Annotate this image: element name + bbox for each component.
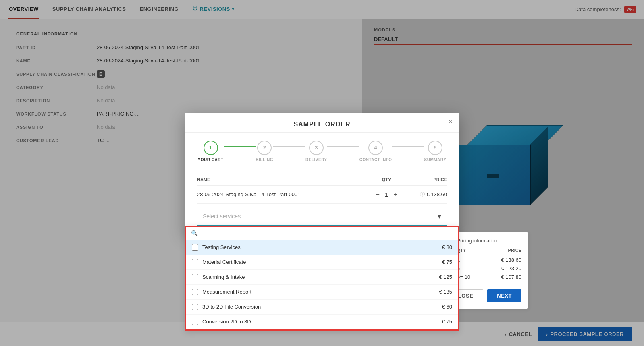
sample-order-modal: SAMPLE ORDER × 1 YOUR CART 2 BILLING 3 D… xyxy=(185,113,459,234)
service-item-measurement[interactable]: Measurement Report € 135 xyxy=(186,285,458,300)
service-price-material: € 75 xyxy=(442,259,452,265)
col-header-qty: QTY xyxy=(366,177,407,182)
step-line-3-4 xyxy=(327,146,359,147)
service-name-scanning: Scanning & Intake xyxy=(202,274,435,280)
search-icon: 🔍 xyxy=(191,230,198,236)
service-checkbox-testing[interactable] xyxy=(192,244,198,251)
modal-overlay: SAMPLE ORDER × 1 YOUR CART 2 BILLING 3 D… xyxy=(0,0,644,346)
cart-item-name: 28-06-2024-Staging-Silva-T4-Test-Part-00… xyxy=(197,191,366,197)
service-price-measurement: € 135 xyxy=(439,289,452,295)
pricing-sidebar-title: Pricing information: xyxy=(457,238,521,244)
service-price-2dto3d: € 75 xyxy=(442,319,452,325)
item-price: ⓘ € 138.60 xyxy=(407,191,447,198)
step-circle-5: 5 xyxy=(428,141,442,155)
step-1: 1 YOUR CART xyxy=(198,141,224,162)
step-2: 2 BILLING xyxy=(256,141,274,162)
modal-stepper: 1 YOUR CART 2 BILLING 3 DELIVERY 4 CONTA… xyxy=(185,133,459,170)
next-button[interactable]: NEXT xyxy=(487,289,521,302)
step-circle-3: 3 xyxy=(309,141,324,155)
modal-body: NAME QTY PRICE 28-06-2024-Staging-Silva-… xyxy=(185,170,459,234)
service-price-scanning: € 125 xyxy=(439,274,452,280)
step-4: 4 CONTACT INFO xyxy=(359,141,392,162)
step-line-1-2 xyxy=(224,146,256,147)
step-line-2-3 xyxy=(273,146,305,147)
service-name-material: Material Certificate xyxy=(202,259,438,265)
step-label-1: YOUR CART xyxy=(198,157,224,162)
service-item-scanning[interactable]: Scanning & Intake € 125 xyxy=(186,270,458,285)
modal-close-button[interactable]: × xyxy=(448,118,453,126)
step-5: 5 SUMMARY xyxy=(424,141,447,162)
modal-header: SAMPLE ORDER × xyxy=(185,113,459,133)
sidebar-price-header: PRICE xyxy=(508,248,521,253)
qty-value: 1 xyxy=(385,191,388,198)
step-label-5: SUMMARY xyxy=(424,157,447,162)
step-label-4: CONTACT INFO xyxy=(359,157,392,162)
service-item-3dto2d[interactable]: 3D to 2D File Conversion € 60 xyxy=(186,300,458,315)
step-label-3: DELIVERY xyxy=(305,157,327,162)
service-name-2dto3d: Conversion 2D to 3D xyxy=(202,319,438,325)
services-dropdown-wrapper: Select services ▾ 🔍 Testing Services € 8… xyxy=(197,208,447,226)
service-price-testing: € 80 xyxy=(442,244,452,250)
price-info-icon[interactable]: ⓘ xyxy=(420,191,425,198)
pricing-sidebar-row-2: 5 € 123.20 xyxy=(457,264,521,273)
service-checkbox-3dto2d[interactable] xyxy=(192,304,198,310)
qty-control: − 1 + xyxy=(366,191,407,199)
step-circle-1: 1 xyxy=(204,141,218,155)
service-price-3dto2d: € 60 xyxy=(442,304,452,310)
service-checkbox-2dto3d[interactable] xyxy=(192,319,198,325)
service-item-testing[interactable]: Testing Services € 80 xyxy=(186,240,458,255)
step-3: 3 DELIVERY xyxy=(305,141,327,162)
cart-item-row: 28-06-2024-Staging-Silva-T4-Test-Part-00… xyxy=(197,186,447,204)
services-dropdown-list: 🔍 Testing Services € 80 Material Certifi… xyxy=(185,226,459,331)
dropdown-arrow-icon: ▾ xyxy=(438,212,441,221)
service-name-3dto2d: 3D to 2D File Conversion xyxy=(202,304,438,310)
step-line-4-5 xyxy=(392,146,424,147)
step-circle-4: 4 xyxy=(368,141,383,155)
step-circle-2: 2 xyxy=(257,141,272,155)
qty-increase-button[interactable]: + xyxy=(391,191,399,199)
col-header-price: PRICE xyxy=(407,177,447,182)
pricing-sidebar-row-1: 1 € 138.60 xyxy=(457,256,521,264)
col-header-name: NAME xyxy=(197,177,366,182)
dropdown-search: 🔍 xyxy=(186,227,458,240)
service-search-input[interactable] xyxy=(200,230,453,236)
pricing-sidebar-header: QTY PRICE xyxy=(457,248,521,253)
pricing-sidebar: Pricing information: QTY PRICE 1 € 138.6… xyxy=(451,232,528,309)
service-item-material[interactable]: Material Certificate € 75 xyxy=(186,255,458,270)
pricing-sidebar-row-3: >= 10 € 107.80 xyxy=(457,273,521,281)
service-name-measurement: Measurement Report xyxy=(202,289,435,295)
qty-decrease-button[interactable]: − xyxy=(374,191,382,199)
service-name-testing: Testing Services xyxy=(202,244,438,250)
service-checkbox-measurement[interactable] xyxy=(192,289,198,295)
service-checkbox-material[interactable] xyxy=(192,259,198,265)
cart-table-header: NAME QTY PRICE xyxy=(197,174,447,186)
step-label-2: BILLING xyxy=(256,157,274,162)
services-select[interactable]: Select services ▾ xyxy=(197,208,447,226)
service-checkbox-scanning[interactable] xyxy=(192,274,198,280)
service-item-2dto3d[interactable]: Conversion 2D to 3D € 75 xyxy=(186,315,458,329)
